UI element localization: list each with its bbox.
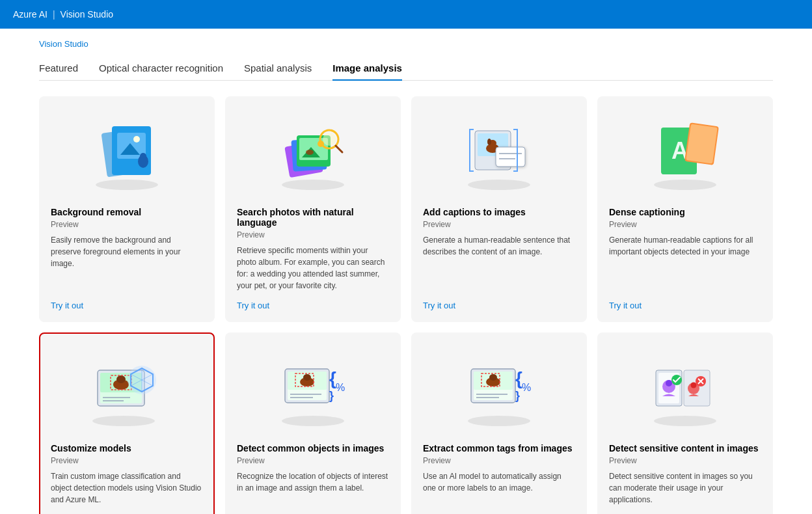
card5-desc: Train custom image classification and ob… xyxy=(51,470,203,506)
card-search-photos[interactable]: Search photos with natural language Prev… xyxy=(225,96,401,322)
svg-point-20 xyxy=(468,180,530,190)
card-detect-objects[interactable]: { } % Detect common objects in images Pr… xyxy=(225,332,401,514)
svg-text:}: } xyxy=(515,389,520,402)
card1-title: Background removal xyxy=(51,207,203,217)
svg-text:%: % xyxy=(336,382,345,393)
svg-point-25 xyxy=(487,139,491,145)
top-bar: Azure AI | Vision Studio xyxy=(0,0,812,29)
card4-title: Dense captioning xyxy=(609,207,761,217)
tab-bar: Featured Optical character recognition S… xyxy=(39,56,773,81)
card3-link[interactable]: Try it out xyxy=(423,301,575,310)
svg-point-61 xyxy=(468,416,530,426)
svg-text:%: % xyxy=(522,382,531,393)
separator: | xyxy=(53,9,55,20)
card5-badge: Preview xyxy=(51,456,203,465)
svg-point-73 xyxy=(654,416,716,426)
card7-title: Extract common tags from images xyxy=(423,443,575,453)
svg-point-49 xyxy=(282,416,344,426)
cards-row1: Background removal Preview Easily remove… xyxy=(39,96,773,322)
card4-desc: Generate human-readable captions for all… xyxy=(609,234,761,291)
card-image-background-removal xyxy=(51,108,203,199)
svg-point-7 xyxy=(140,153,146,159)
card-image-extract-tags: { } % xyxy=(423,344,575,435)
breadcrumb-link[interactable]: Vision Studio xyxy=(39,39,88,49)
tab-ocr[interactable]: Optical character recognition xyxy=(99,62,223,80)
card1-desc: Easily remove the background and preserv… xyxy=(51,234,203,291)
card6-title: Detect common objects in images xyxy=(237,443,389,453)
card-extract-tags[interactable]: { } % Extract common tags from images Pr… xyxy=(411,332,587,514)
svg-point-0 xyxy=(96,180,158,190)
svg-point-54 xyxy=(303,374,311,381)
svg-rect-26 xyxy=(496,147,525,167)
card-image-dense-captioning: A xyxy=(609,108,761,199)
card-image-customize-models xyxy=(51,344,203,435)
tab-featured[interactable]: Featured xyxy=(39,62,78,80)
card6-badge: Preview xyxy=(237,456,389,465)
card-dense-captioning[interactable]: A Dense captioning Preview Generate huma… xyxy=(597,96,773,322)
card8-desc: Detect sensitive content in images so yo… xyxy=(609,470,761,506)
card7-desc: Use an AI model to automatically assign … xyxy=(423,470,575,506)
card1-badge: Preview xyxy=(51,220,203,229)
card2-title: Search photos with natural language xyxy=(237,207,389,228)
card3-badge: Preview xyxy=(423,220,575,229)
svg-point-81 xyxy=(691,383,697,388)
brand-label: Azure AI xyxy=(13,9,47,20)
card8-badge: Preview xyxy=(609,456,761,465)
card-image-detect-sensitive xyxy=(609,344,761,435)
tab-spatial[interactable]: Spatial analysis xyxy=(244,62,312,80)
svg-point-78 xyxy=(666,380,672,386)
card-customize-models[interactable]: Customize models Preview Train custom im… xyxy=(39,332,215,514)
svg-point-66 xyxy=(489,374,497,381)
card1-link[interactable]: Try it out xyxy=(51,301,203,310)
svg-rect-34 xyxy=(686,124,717,163)
tab-image-analysis[interactable]: Image analysis xyxy=(332,62,402,80)
svg-point-40 xyxy=(116,375,126,383)
card-detect-sensitive[interactable]: Detect sensitive content in images Previ… xyxy=(597,332,773,514)
card6-desc: Recognize the location of objects of int… xyxy=(237,470,389,506)
card-add-captions[interactable]: Add captions to images Preview Generate … xyxy=(411,96,587,322)
card7-badge: Preview xyxy=(423,456,575,465)
svg-point-5 xyxy=(133,136,140,142)
card4-badge: Preview xyxy=(609,220,761,229)
svg-point-9 xyxy=(282,180,344,190)
svg-point-35 xyxy=(92,416,155,426)
card3-desc: Generate a human-readable sentence that … xyxy=(423,234,575,291)
card-image-add-captions xyxy=(423,108,575,199)
svg-point-16 xyxy=(306,150,314,155)
content-area: Vision Studio Featured Optical character… xyxy=(0,29,812,514)
card2-link[interactable]: Try it out xyxy=(237,301,389,310)
svg-text:}: } xyxy=(329,389,334,402)
card3-title: Add captions to images xyxy=(423,207,575,217)
card8-title: Detect sensitive content in images xyxy=(609,443,761,453)
card-image-search-photos xyxy=(237,108,389,199)
svg-point-18 xyxy=(323,133,336,146)
card4-link[interactable]: Try it out xyxy=(609,301,761,310)
cards-row2: Customize models Preview Train custom im… xyxy=(39,332,773,514)
card5-title: Customize models xyxy=(51,443,203,453)
card2-desc: Retrieve specific moments within your ph… xyxy=(237,245,389,291)
card-background-removal[interactable]: Background removal Preview Easily remove… xyxy=(39,96,215,322)
card2-badge: Preview xyxy=(237,230,389,239)
card-image-detect-objects: { } % xyxy=(237,344,389,435)
svg-line-19 xyxy=(336,146,342,152)
product-label: Vision Studio xyxy=(61,9,113,20)
svg-point-29 xyxy=(654,180,716,190)
breadcrumb: Vision Studio xyxy=(39,29,773,56)
